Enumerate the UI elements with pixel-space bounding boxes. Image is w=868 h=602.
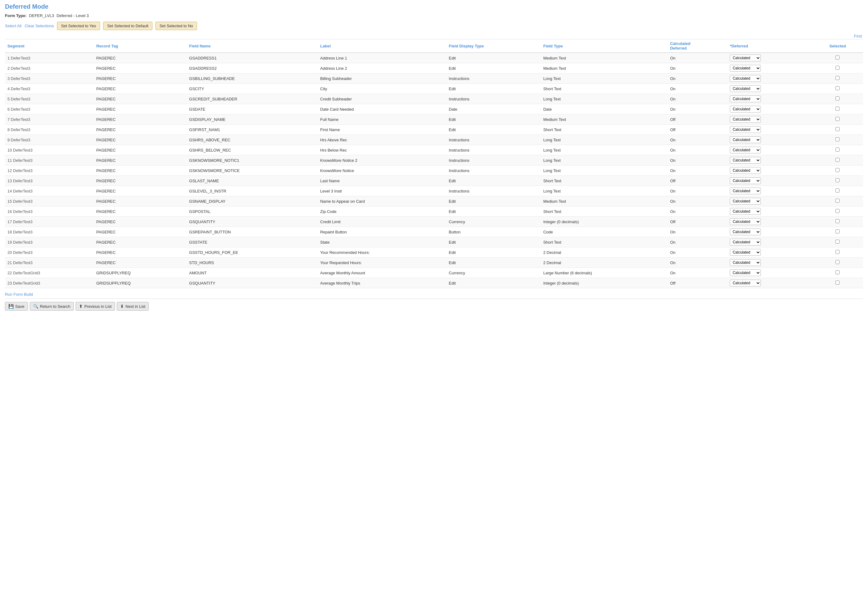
row-checkbox[interactable] <box>836 281 839 284</box>
deferred-select[interactable]: CalculatedYesNoDefault <box>730 229 761 235</box>
cell-selected[interactable] <box>812 145 863 155</box>
cell-selected[interactable] <box>812 124 863 135</box>
cell-deferred[interactable]: CalculatedYesNoDefault <box>727 124 812 135</box>
cell-deferred[interactable]: CalculatedYesNoDefault <box>727 196 812 206</box>
row-checkbox[interactable] <box>836 147 839 152</box>
deferred-select[interactable]: CalculatedYesNoDefault <box>730 116 761 123</box>
cell-selected[interactable] <box>812 196 863 206</box>
cell-selected[interactable] <box>812 166 863 176</box>
find-link[interactable]: Find <box>854 34 862 38</box>
deferred-select[interactable]: CalculatedYesNoDefault <box>730 218 761 225</box>
cell-selected[interactable] <box>812 237 863 247</box>
save-button[interactable]: 💾 Save <box>5 302 28 310</box>
deferred-select[interactable]: CalculatedYesNoDefault <box>730 239 761 246</box>
row-checkbox[interactable] <box>836 158 839 162</box>
row-checkbox[interactable] <box>836 178 839 182</box>
cell-deferred[interactable]: CalculatedYesNoDefault <box>727 166 812 176</box>
row-checkbox[interactable] <box>836 127 839 131</box>
deferred-select[interactable]: CalculatedYesNoDefault <box>730 198 761 204</box>
set-yes-button[interactable]: Set Selected to Yes <box>57 22 100 30</box>
deferred-select[interactable]: CalculatedYesNoDefault <box>730 187 761 194</box>
next-in-list-button[interactable]: ⬇ Next in List <box>117 302 149 310</box>
cell-selected[interactable] <box>812 206 863 217</box>
deferred-select[interactable]: CalculatedYesNoDefault <box>730 249 761 256</box>
cell-deferred[interactable]: CalculatedYesNoDefault <box>727 104 812 114</box>
deferred-select[interactable]: CalculatedYesNoDefault <box>730 208 761 215</box>
cell-deferred[interactable]: CalculatedYesNoDefault <box>727 258 812 268</box>
row-checkbox[interactable] <box>836 107 839 111</box>
row-checkbox[interactable] <box>836 55 839 60</box>
deferred-select[interactable]: CalculatedYesNoDefault <box>730 259 761 266</box>
cell-deferred[interactable]: CalculatedYesNoDefault <box>727 278 812 288</box>
deferred-select[interactable]: CalculatedYesNoDefault <box>730 167 761 174</box>
cell-deferred[interactable]: CalculatedYesNoDefault <box>727 63 812 74</box>
set-default-button[interactable]: Set Selected to Default <box>103 22 152 30</box>
cell-deferred[interactable]: CalculatedYesNoDefault <box>727 227 812 237</box>
deferred-select[interactable]: CalculatedYesNoDefault <box>730 65 761 72</box>
cell-selected[interactable] <box>812 268 863 278</box>
cell-deferred[interactable]: CalculatedYesNoDefault <box>727 176 812 186</box>
deferred-select[interactable]: CalculatedYesNoDefault <box>730 280 761 286</box>
row-checkbox[interactable] <box>836 117 839 121</box>
deferred-select[interactable]: CalculatedYesNoDefault <box>730 126 761 133</box>
cell-selected[interactable] <box>812 155 863 166</box>
row-checkbox[interactable] <box>836 229 839 233</box>
row-checkbox[interactable] <box>836 219 839 223</box>
cell-selected[interactable] <box>812 247 863 258</box>
row-checkbox[interactable] <box>836 199 839 203</box>
row-checkbox[interactable] <box>836 270 839 274</box>
row-checkbox[interactable] <box>836 137 839 141</box>
cell-selected[interactable] <box>812 217 863 227</box>
cell-selected[interactable] <box>812 227 863 237</box>
cell-deferred[interactable]: CalculatedYesNoDefault <box>727 135 812 145</box>
deferred-select[interactable]: CalculatedYesNoDefault <box>730 85 761 92</box>
cell-selected[interactable] <box>812 74 863 84</box>
deferred-select[interactable]: CalculatedYesNoDefault <box>730 106 761 112</box>
row-checkbox[interactable] <box>836 97 839 100</box>
cell-selected[interactable] <box>812 278 863 288</box>
cell-deferred[interactable]: CalculatedYesNoDefault <box>727 53 812 63</box>
cell-deferred[interactable]: CalculatedYesNoDefault <box>727 237 812 247</box>
cell-deferred[interactable]: CalculatedYesNoDefault <box>727 206 812 217</box>
return-to-search-button[interactable]: 🔍 Return to Search <box>30 302 74 310</box>
deferred-select[interactable]: CalculatedYesNoDefault <box>730 95 761 102</box>
set-no-button[interactable]: Set Selected to No <box>156 22 197 30</box>
cell-deferred[interactable]: CalculatedYesNoDefault <box>727 186 812 196</box>
deferred-select[interactable]: CalculatedYesNoDefault <box>730 269 761 276</box>
cell-deferred[interactable]: CalculatedYesNoDefault <box>727 84 812 94</box>
row-checkbox[interactable] <box>836 66 839 70</box>
select-all-link[interactable]: Select All <box>5 23 21 28</box>
cell-deferred[interactable]: CalculatedYesNoDefault <box>727 114 812 124</box>
clear-selections-link[interactable]: Clear Selections <box>24 23 54 28</box>
cell-selected[interactable] <box>812 104 863 114</box>
row-checkbox[interactable] <box>836 250 839 254</box>
row-checkbox[interactable] <box>836 168 839 172</box>
row-checkbox[interactable] <box>836 86 839 90</box>
cell-deferred[interactable]: CalculatedYesNoDefault <box>727 74 812 84</box>
row-checkbox[interactable] <box>836 260 839 264</box>
deferred-select[interactable]: CalculatedYesNoDefault <box>730 157 761 164</box>
cell-selected[interactable] <box>812 63 863 74</box>
run-form-build-link[interactable]: Run Form Build <box>5 292 863 296</box>
cell-selected[interactable] <box>812 258 863 268</box>
previous-in-list-button[interactable]: ⬆ Previous in List <box>76 302 115 310</box>
cell-selected[interactable] <box>812 176 863 186</box>
row-checkbox[interactable] <box>836 189 839 192</box>
cell-deferred[interactable]: CalculatedYesNoDefault <box>727 94 812 104</box>
row-checkbox[interactable] <box>836 76 839 80</box>
cell-selected[interactable] <box>812 94 863 104</box>
cell-selected[interactable] <box>812 114 863 124</box>
deferred-select[interactable]: CalculatedYesNoDefault <box>730 147 761 154</box>
deferred-select[interactable]: CalculatedYesNoDefault <box>730 55 761 61</box>
cell-deferred[interactable]: CalculatedYesNoDefault <box>727 155 812 166</box>
deferred-select[interactable]: CalculatedYesNoDefault <box>730 177 761 184</box>
cell-selected[interactable] <box>812 135 863 145</box>
row-checkbox[interactable] <box>836 240 839 244</box>
cell-deferred[interactable]: CalculatedYesNoDefault <box>727 217 812 227</box>
cell-deferred[interactable]: CalculatedYesNoDefault <box>727 268 812 278</box>
cell-selected[interactable] <box>812 186 863 196</box>
cell-selected[interactable] <box>812 84 863 94</box>
deferred-select[interactable]: CalculatedYesNoDefault <box>730 75 761 82</box>
row-checkbox[interactable] <box>836 209 839 213</box>
cell-deferred[interactable]: CalculatedYesNoDefault <box>727 247 812 258</box>
